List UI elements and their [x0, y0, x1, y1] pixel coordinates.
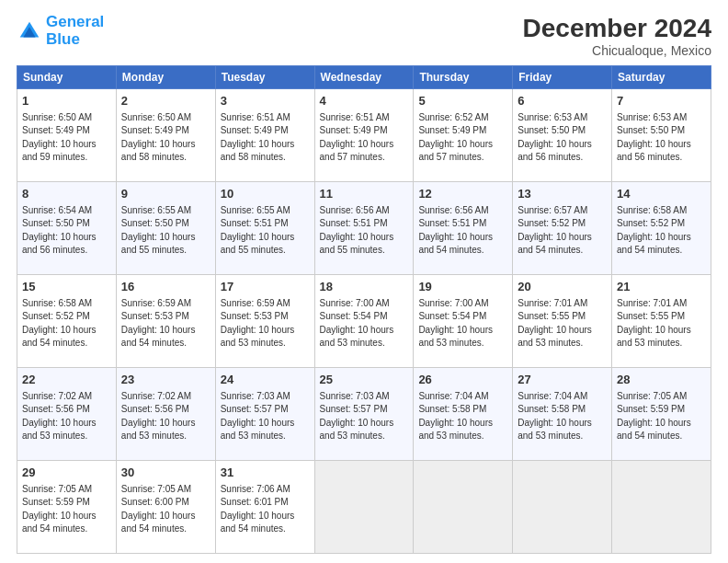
- day-info-line: Sunrise: 6:56 AM: [320, 204, 409, 218]
- day-number: 18: [320, 279, 409, 296]
- day-info-line: and 54 minutes.: [617, 244, 706, 258]
- day-info-line: Daylight: 10 hours: [418, 417, 507, 431]
- day-info-line: and 57 minutes.: [320, 151, 409, 165]
- day-info-line: Sunset: 5:50 PM: [121, 217, 210, 231]
- day-info-line: and 54 minutes.: [617, 430, 706, 443]
- day-info-line: Sunset: 5:57 PM: [221, 403, 310, 417]
- calendar-cell: 1Sunrise: 6:50 AMSunset: 5:49 PMDaylight…: [17, 89, 117, 182]
- day-number: 5: [418, 93, 507, 110]
- calendar-cell: [314, 461, 414, 554]
- day-info-line: Daylight: 10 hours: [22, 138, 111, 152]
- day-info-line: and 54 minutes.: [22, 523, 111, 536]
- day-info-line: Sunrise: 6:58 AM: [22, 297, 111, 311]
- logo-line1: General: [46, 13, 104, 30]
- day-info-line: Sunset: 6:01 PM: [221, 496, 310, 510]
- day-info-line: and 58 minutes.: [221, 151, 310, 165]
- day-info-line: Sunset: 5:55 PM: [617, 310, 706, 324]
- day-info-line: Sunset: 5:52 PM: [518, 217, 607, 231]
- title-block: December 2024 Chicualoque, Mexico: [523, 14, 711, 58]
- day-info-line: Sunset: 5:56 PM: [22, 403, 111, 417]
- day-info-line: Sunrise: 7:02 AM: [121, 390, 210, 404]
- calendar-cell: 4Sunrise: 6:51 AMSunset: 5:49 PMDaylight…: [314, 89, 414, 182]
- day-number: 26: [418, 372, 507, 389]
- day-number: 20: [518, 279, 607, 296]
- day-info-line: Sunrise: 6:53 AM: [518, 111, 607, 125]
- day-info-line: Sunset: 5:49 PM: [418, 124, 507, 138]
- day-info-line: and 53 minutes.: [221, 430, 310, 443]
- day-info-line: Sunrise: 6:54 AM: [22, 204, 111, 218]
- calendar-cell: 17Sunrise: 6:59 AMSunset: 5:53 PMDayligh…: [215, 275, 314, 368]
- subtitle: Chicualoque, Mexico: [523, 43, 711, 58]
- day-number: 15: [22, 279, 111, 296]
- calendar-cell: 29Sunrise: 7:05 AMSunset: 5:59 PMDayligh…: [17, 461, 117, 554]
- day-info-line: Sunset: 5:49 PM: [320, 124, 409, 138]
- day-info-line: Daylight: 10 hours: [518, 138, 607, 152]
- day-info-line: Sunset: 5:59 PM: [617, 403, 706, 417]
- day-number: 6: [518, 93, 607, 110]
- day-info-line: Daylight: 10 hours: [121, 324, 210, 338]
- day-info-line: Sunset: 5:51 PM: [418, 217, 507, 231]
- day-number: 4: [320, 93, 409, 110]
- day-info-line: Sunrise: 6:50 AM: [121, 111, 210, 125]
- day-info-line: Sunset: 5:58 PM: [518, 403, 607, 417]
- day-info-line: Daylight: 10 hours: [121, 417, 210, 431]
- logo: General Blue: [17, 14, 104, 48]
- calendar-cell: 23Sunrise: 7:02 AMSunset: 5:56 PMDayligh…: [116, 368, 215, 461]
- day-info-line: and 53 minutes.: [121, 430, 210, 443]
- day-number: 29: [22, 465, 111, 482]
- logo-icon: [17, 18, 42, 44]
- logo-line2: Blue: [46, 31, 104, 49]
- day-info-line: Daylight: 10 hours: [320, 231, 409, 245]
- day-info-line: and 55 minutes.: [221, 244, 310, 258]
- day-info-line: and 53 minutes.: [518, 337, 607, 350]
- calendar-cell: 9Sunrise: 6:55 AMSunset: 5:50 PMDaylight…: [116, 182, 215, 275]
- week-row-5: 29Sunrise: 7:05 AMSunset: 5:59 PMDayligh…: [17, 461, 711, 554]
- day-info-line: Sunrise: 7:05 AM: [121, 483, 210, 497]
- day-info-line: Sunrise: 6:57 AM: [518, 204, 607, 218]
- day-info-line: and 54 minutes.: [22, 337, 111, 350]
- day-info-line: Sunset: 5:49 PM: [22, 124, 111, 138]
- day-info-line: Daylight: 10 hours: [418, 324, 507, 338]
- day-info-line: Daylight: 10 hours: [320, 324, 409, 338]
- day-info-line: and 54 minutes.: [418, 244, 507, 258]
- calendar-cell: 12Sunrise: 6:56 AMSunset: 5:51 PMDayligh…: [414, 182, 513, 275]
- day-info-line: Daylight: 10 hours: [617, 324, 706, 338]
- day-info-line: Daylight: 10 hours: [221, 510, 310, 523]
- calendar-cell: 25Sunrise: 7:03 AMSunset: 5:57 PMDayligh…: [314, 368, 414, 461]
- day-info-line: and 57 minutes.: [418, 151, 507, 165]
- day-info-line: Sunset: 5:52 PM: [617, 217, 706, 231]
- day-info-line: and 53 minutes.: [22, 430, 111, 443]
- day-info-line: Sunset: 5:50 PM: [617, 124, 706, 138]
- day-info-line: Sunrise: 6:51 AM: [320, 111, 409, 125]
- calendar-cell: 30Sunrise: 7:05 AMSunset: 6:00 PMDayligh…: [116, 461, 215, 554]
- day-number: 31: [221, 465, 310, 482]
- day-info-line: and 54 minutes.: [121, 523, 210, 536]
- day-header-tuesday: Tuesday: [215, 66, 314, 89]
- day-info-line: and 59 minutes.: [22, 151, 111, 165]
- logo-text: General Blue: [46, 14, 104, 48]
- day-header-friday: Friday: [513, 66, 612, 89]
- day-info-line: Sunrise: 6:51 AM: [221, 111, 310, 125]
- calendar-cell: 24Sunrise: 7:03 AMSunset: 5:57 PMDayligh…: [215, 368, 314, 461]
- day-info-line: and 54 minutes.: [518, 244, 607, 258]
- calendar-cell: 6Sunrise: 6:53 AMSunset: 5:50 PMDaylight…: [513, 89, 612, 182]
- day-info-line: Sunrise: 7:00 AM: [418, 297, 507, 311]
- day-info-line: Sunrise: 7:03 AM: [221, 390, 310, 404]
- main-title: December 2024: [523, 14, 711, 43]
- header: General Blue December 2024 Chicualoque, …: [17, 14, 711, 58]
- day-number: 28: [617, 372, 706, 389]
- day-info-line: Sunrise: 6:58 AM: [617, 204, 706, 218]
- day-info-line: and 56 minutes.: [22, 244, 111, 258]
- day-info-line: and 55 minutes.: [320, 244, 409, 258]
- calendar-cell: 15Sunrise: 6:58 AMSunset: 5:52 PMDayligh…: [17, 275, 117, 368]
- day-info-line: Sunset: 5:51 PM: [221, 217, 310, 231]
- day-info-line: Sunrise: 7:06 AM: [221, 483, 310, 497]
- day-info-line: and 56 minutes.: [518, 151, 607, 165]
- week-row-2: 8Sunrise: 6:54 AMSunset: 5:50 PMDaylight…: [17, 182, 711, 275]
- day-number: 21: [617, 279, 706, 296]
- day-info-line: Sunset: 5:56 PM: [121, 403, 210, 417]
- day-info-line: Sunset: 5:53 PM: [221, 310, 310, 324]
- calendar-table: SundayMondayTuesdayWednesdayThursdayFrid…: [17, 65, 711, 554]
- day-info-line: Sunset: 5:49 PM: [121, 124, 210, 138]
- calendar-cell: [414, 461, 513, 554]
